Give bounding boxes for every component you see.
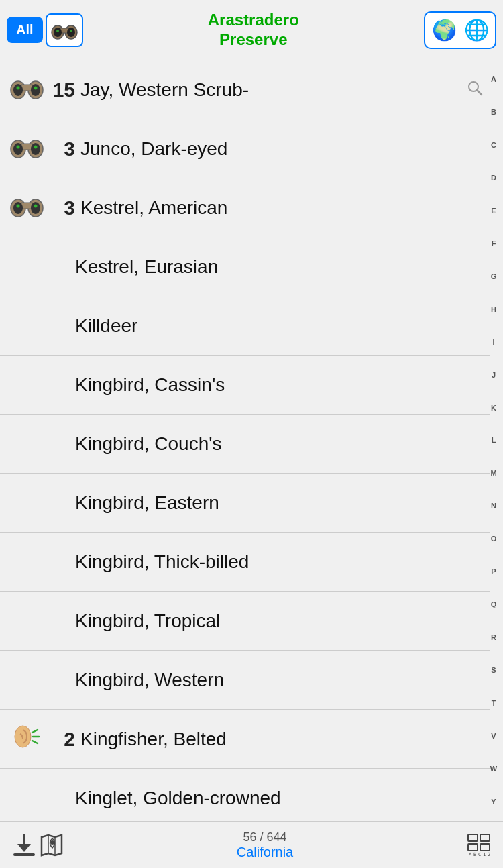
svg-point-13 — [34, 86, 38, 89]
search-icon[interactable] — [467, 80, 483, 100]
row-bird-name: Kestrel, Eurasian — [75, 256, 483, 278]
row-species-icon — [5, 722, 48, 757]
row-bird-name: Kinglet, Golden-crowned — [75, 788, 483, 809]
row-bird-name: Kingbird, Eastern — [75, 492, 483, 514]
alpha-letter-c[interactable]: C — [491, 142, 496, 149]
alpha-letter-b[interactable]: B — [491, 109, 496, 116]
download-button[interactable] — [11, 832, 38, 859]
row-bird-name: Junco, Dark-eyed — [80, 138, 483, 160]
list-item[interactable]: 3Junco, Dark-eyed — [0, 119, 490, 178]
row-count: 3 — [48, 138, 75, 160]
svg-point-20 — [31, 143, 40, 155]
alpha-letter-j[interactable]: J — [492, 372, 496, 379]
list-item[interactable]: Kingbird, Eastern — [0, 474, 490, 533]
svg-point-19 — [13, 143, 23, 155]
alpha-letter-a[interactable]: A — [491, 76, 496, 83]
download-icon — [11, 832, 38, 859]
alpha-letter-l[interactable]: L — [492, 437, 496, 444]
svg-point-21 — [17, 145, 20, 148]
alpha-letter-v[interactable]: V — [491, 733, 496, 740]
svg-point-26 — [13, 202, 23, 214]
row-bird-name: Kingfisher, Belted — [80, 728, 483, 750]
alpha-letter-e[interactable]: E — [491, 207, 496, 215]
alphabet-index[interactable]: ABCDEFGHIJKLMNOPQRSTVWY — [484, 60, 503, 821]
row-bird-name: Kingbird, Thick-billed — [75, 551, 483, 573]
row-bird-name: Kingbird, Tropical — [75, 610, 483, 632]
svg-point-10 — [13, 84, 23, 96]
grid-button[interactable]: A B C 1 2 — [465, 832, 492, 859]
list-item[interactable]: 15Jay, Western Scrub- — [0, 60, 490, 119]
row-species-icon — [5, 131, 48, 166]
svg-rect-43 — [480, 844, 490, 851]
globe-pin-button[interactable]: 🌐 — [461, 15, 491, 45]
svg-text:B: B — [473, 852, 476, 857]
svg-point-5 — [56, 30, 59, 32]
bird-list-container: 15Jay, Western Scrub- 3Junco, Dark-eyed … — [0, 60, 503, 821]
row-bird-name: Jay, Western Scrub- — [80, 79, 463, 101]
list-item[interactable]: Kinglet, Golden-crowned — [0, 769, 490, 821]
alpha-letter-y[interactable]: Y — [491, 798, 496, 806]
list-item[interactable]: Kingbird, Cassin's — [0, 356, 490, 415]
grid-icon: A B C 1 2 — [465, 832, 492, 859]
bird-list: 15Jay, Western Scrub- 3Junco, Dark-eyed … — [0, 60, 490, 821]
svg-rect-34 — [13, 853, 35, 856]
svg-text:2: 2 — [488, 852, 490, 857]
list-item[interactable]: Kingbird, Tropical — [0, 592, 490, 651]
binoculars-button[interactable] — [46, 13, 83, 47]
alpha-letter-n[interactable]: N — [491, 502, 496, 510]
row-count: 3 — [48, 197, 75, 219]
list-item[interactable]: Killdeer — [0, 296, 490, 356]
row-bird-name: Kingbird, Couch's — [75, 433, 483, 455]
row-species-icon — [5, 191, 48, 225]
alpha-letter-i[interactable]: I — [492, 339, 494, 346]
list-item[interactable]: 2Kingfisher, Belted — [0, 710, 490, 769]
row-species-icon — [5, 72, 48, 107]
list-item[interactable]: Kingbird, Couch's — [0, 415, 490, 474]
svg-text:C: C — [478, 852, 481, 857]
list-item[interactable]: Kestrel, Eurasian — [0, 237, 490, 296]
alpha-letter-g[interactable]: G — [491, 273, 497, 280]
svg-point-27 — [31, 202, 40, 214]
svg-rect-9 — [21, 85, 32, 91]
alpha-letter-w[interactable]: W — [490, 765, 497, 773]
header-left-controls: All — [7, 13, 83, 47]
list-item[interactable]: Kingbird, Thick-billed — [0, 533, 490, 592]
svg-marker-36 — [17, 844, 31, 852]
alpha-letter-t[interactable]: T — [492, 700, 496, 707]
svg-line-15 — [477, 90, 482, 95]
row-bird-name: Kingbird, Western — [75, 669, 483, 691]
alpha-letter-q[interactable]: Q — [491, 601, 497, 608]
svg-point-11 — [31, 84, 40, 96]
list-item[interactable]: 3Kestrel, American — [0, 178, 490, 237]
binoculars-icon — [51, 19, 78, 42]
svg-point-22 — [34, 145, 38, 148]
globe-button[interactable]: 🌍 — [429, 15, 459, 45]
row-bird-name: Kestrel, American — [80, 197, 483, 219]
row-bird-name: Kingbird, Cassin's — [75, 374, 483, 396]
all-button[interactable]: All — [7, 17, 43, 43]
svg-rect-42 — [468, 844, 478, 851]
svg-line-33 — [32, 741, 38, 743]
svg-rect-40 — [468, 834, 478, 841]
alpha-letter-f[interactable]: F — [492, 240, 496, 248]
alpha-letter-m[interactable]: M — [490, 470, 496, 477]
app-footer: 56 / 644 California A B C 1 2 — [0, 821, 503, 868]
alpha-letter-o[interactable]: O — [491, 535, 497, 543]
map-outline-icon — [38, 832, 64, 859]
alpha-letter-k[interactable]: K — [491, 404, 496, 412]
svg-rect-18 — [21, 144, 32, 150]
alpha-letter-r[interactable]: R — [491, 634, 496, 641]
svg-rect-25 — [21, 203, 32, 209]
footer-right-icons: A B C 1 2 — [465, 832, 492, 859]
svg-rect-41 — [480, 834, 490, 841]
alpha-letter-d[interactable]: D — [491, 174, 496, 182]
list-item[interactable]: Kingbird, Western — [0, 651, 490, 710]
row-count: 15 — [48, 78, 75, 101]
alpha-letter-h[interactable]: H — [491, 306, 496, 313]
svg-point-28 — [17, 204, 20, 207]
map-outline-button[interactable] — [38, 832, 64, 859]
alpha-letter-s[interactable]: S — [491, 667, 496, 674]
alpha-letter-p[interactable]: P — [491, 568, 496, 576]
row-bird-name: Killdeer — [75, 315, 483, 337]
map-buttons: 🌍 🌐 — [424, 11, 496, 49]
